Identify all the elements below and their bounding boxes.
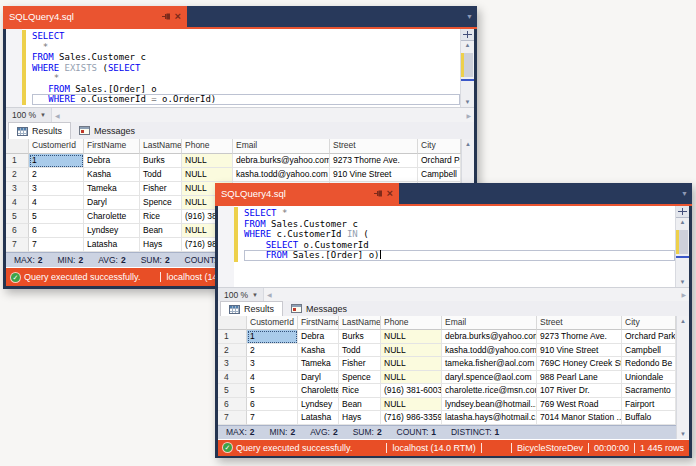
grid-cell[interactable]: Charolette: [84, 210, 140, 224]
scroll-left-icon[interactable]: ◀: [55, 112, 60, 119]
row-header[interactable]: 3: [6, 182, 29, 196]
grid-cell[interactable]: NULL: [381, 398, 442, 412]
grid-cell[interactable]: (916) 381-6003: [381, 384, 442, 398]
code-area[interactable]: SELECT *FROM Sales.Customer cWHERE c.Cus…: [238, 206, 675, 287]
grid-cell[interactable]: 6: [29, 224, 84, 238]
grid-cell[interactable]: Fisher: [339, 357, 381, 371]
grid-cell[interactable]: 4: [29, 196, 84, 210]
scroll-up-icon[interactable]: ▲: [465, 141, 471, 147]
grid-cell[interactable]: 7014 Manor Station ...: [537, 411, 622, 425]
column-header[interactable]: Email: [233, 139, 330, 154]
grid-cell[interactable]: Buffalo: [622, 411, 676, 425]
column-header[interactable]: LastName: [339, 316, 381, 330]
document-tab-back[interactable]: SQLQuery4.sql ×: [3, 6, 187, 27]
grid-cell[interactable]: NULL: [182, 154, 233, 168]
row-header[interactable]: 5: [218, 384, 247, 398]
row-header[interactable]: 5: [6, 210, 29, 224]
grid-cell[interactable]: Burks: [140, 154, 182, 168]
row-header[interactable]: 4: [6, 196, 29, 210]
grid-cell[interactable]: kasha.todd@yahoo.com: [233, 168, 330, 182]
tab-results[interactable]: Results: [8, 122, 71, 139]
grid-cell[interactable]: Bean: [140, 224, 182, 238]
tab-list-dropdown-icon[interactable]: ▼: [681, 190, 688, 197]
grid-cell[interactable]: 910 Vine Street: [537, 344, 622, 358]
horizontal-scrollbar[interactable]: ◀ ▶: [263, 288, 689, 301]
tab-messages[interactable]: Messages: [283, 301, 355, 316]
grid-cell[interactable]: Debra: [298, 330, 339, 344]
grid-cell[interactable]: Fisher: [140, 182, 182, 196]
grid-cell[interactable]: Fairport: [622, 398, 676, 412]
grid-cell[interactable]: 4: [247, 371, 298, 385]
row-header[interactable]: 6: [218, 398, 247, 412]
grid-cell[interactable]: Sacramento: [622, 384, 676, 398]
row-header[interactable]: 6: [6, 224, 29, 238]
horizontal-scrollbar[interactable]: ◀ ▶: [51, 108, 474, 122]
grid-cell[interactable]: Charolette: [298, 384, 339, 398]
zoom-select[interactable]: 100 % ▼: [6, 110, 51, 120]
grid-cell[interactable]: Daryl: [298, 371, 339, 385]
grid-cell[interactable]: Daryl: [84, 196, 140, 210]
grid-cell[interactable]: 1: [29, 154, 84, 168]
grid-cell[interactable]: 769 West Road: [537, 398, 622, 412]
code-line[interactable]: FROM Sales.[Order] o: [32, 84, 460, 95]
grid-cell[interactable]: 5: [29, 210, 84, 224]
zoom-select[interactable]: 100 % ▼: [218, 290, 263, 300]
column-header[interactable]: FirstName: [298, 316, 339, 330]
scroll-down-icon[interactable]: ▼: [680, 431, 686, 437]
grid-cell[interactable]: Redondo Be: [622, 357, 676, 371]
sql-editor-front[interactable]: SELECT *FROM Sales.Customer cWHERE c.Cus…: [218, 206, 689, 287]
code-line[interactable]: *: [32, 42, 460, 53]
grid-cell[interactable]: Hays: [140, 238, 182, 252]
scrollbar-thumb[interactable]: [464, 53, 473, 77]
column-header[interactable]: Phone: [381, 316, 442, 330]
grid-cell[interactable]: 7: [247, 411, 298, 425]
grid-corner[interactable]: [6, 139, 29, 154]
column-header[interactable]: Email: [442, 316, 537, 330]
tab-results[interactable]: Results: [220, 301, 283, 316]
grid-cell[interactable]: tameka.fisher@aol.com: [442, 357, 537, 371]
grid-cell[interactable]: Latasha: [84, 238, 140, 252]
grid-cell[interactable]: Latasha: [298, 411, 339, 425]
row-header[interactable]: 2: [218, 344, 247, 358]
grid-cell[interactable]: Todd: [140, 168, 182, 182]
grid-cell[interactable]: Spence: [140, 196, 182, 210]
splitter-button[interactable]: [676, 206, 689, 218]
grid-cell[interactable]: charolette.rice@msn.com: [442, 384, 537, 398]
grid-cell[interactable]: Lyndsey: [298, 398, 339, 412]
grid-cell[interactable]: daryl.spence@aol.com: [442, 371, 537, 385]
column-header[interactable]: Street: [537, 316, 622, 330]
grid-cell[interactable]: (716) 986-3359: [381, 411, 442, 425]
close-icon[interactable]: ×: [175, 12, 181, 21]
scroll-right-icon[interactable]: ▶: [466, 112, 471, 119]
grid-cell[interactable]: Campbell: [418, 168, 461, 182]
row-header[interactable]: 7: [6, 238, 29, 252]
scroll-down-icon[interactable]: ▼: [465, 98, 471, 107]
grid-cell[interactable]: 2: [247, 344, 298, 358]
grid-cell[interactable]: Kasha: [298, 344, 339, 358]
code-line[interactable]: SELECT *: [244, 208, 675, 219]
column-header[interactable]: City: [622, 316, 676, 330]
grid-cell[interactable]: Kasha: [84, 168, 140, 182]
code-line[interactable]: *: [32, 73, 460, 84]
grid-cell[interactable]: 9273 Thorne Ave.: [537, 330, 622, 344]
grid-cell[interactable]: kasha.todd@yahoo.com: [442, 344, 537, 358]
splitter-button[interactable]: [461, 29, 474, 41]
grid-cell[interactable]: latasha.hays@hotmail.c...: [442, 411, 537, 425]
grid-cell[interactable]: Campbell: [622, 344, 676, 358]
grid-cell[interactable]: 7: [29, 238, 84, 252]
grid-cell[interactable]: 910 Vine Street: [330, 168, 418, 182]
code-line[interactable]: SELECT: [32, 31, 460, 42]
row-header[interactable]: 3: [218, 357, 247, 371]
grid-cell[interactable]: Tameka: [84, 182, 140, 196]
grid-cell[interactable]: Hays: [339, 411, 381, 425]
grid-cell[interactable]: 769C Honey Creek St.: [537, 357, 622, 371]
grid-cell[interactable]: 2: [29, 168, 84, 182]
code-line[interactable]: SELECT o.CustomerId: [244, 240, 675, 251]
grid-cell[interactable]: Orchard Park: [622, 330, 676, 344]
grid-cell[interactable]: Lyndsey: [84, 224, 140, 238]
column-header[interactable]: Street: [330, 139, 418, 154]
column-header[interactable]: City: [418, 139, 461, 154]
column-header[interactable]: CustomerId: [29, 139, 84, 154]
grid-corner[interactable]: [218, 316, 247, 330]
grid-cell[interactable]: Rice: [339, 384, 381, 398]
